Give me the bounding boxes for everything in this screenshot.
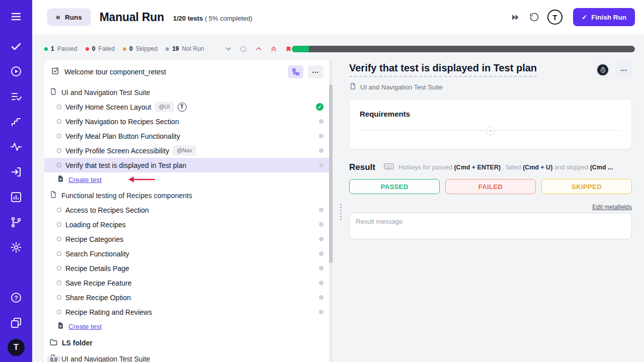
passed-button[interactable]: PASSED	[349, 179, 440, 194]
failed-stat: 0Failed	[86, 45, 115, 52]
test-row[interactable]: Recipe Categories	[44, 232, 330, 246]
notrun-dot-icon	[319, 281, 324, 285]
create-test-link[interactable]: Create test	[68, 176, 102, 184]
branch-icon[interactable]	[9, 215, 23, 229]
test-circle-icon	[57, 295, 61, 300]
test-label: Loading of Recipes	[65, 221, 126, 229]
test-circle-icon	[57, 148, 61, 153]
folder-label: LS folder	[62, 339, 93, 347]
test-row[interactable]: Verify Profile Screen Accessibility @Nav	[44, 143, 330, 158]
page-title: Manual Run	[100, 11, 164, 24]
gear-icon[interactable]	[9, 240, 23, 254]
test-row[interactable]: Save Recipe Feature	[44, 276, 330, 290]
skipped-button[interactable]: SKIPPED	[541, 179, 632, 194]
back-to-runs-button[interactable]: « Runs	[47, 9, 91, 26]
test-label: Recipe Rating and Reviews	[65, 308, 152, 316]
test-label: Recipe Details Page	[65, 264, 129, 273]
expand-requirements-button[interactable]	[486, 126, 495, 135]
tag-badge: @Nav	[173, 146, 196, 155]
folder-row[interactable]: LS folder	[44, 335, 330, 350]
result-message-input[interactable]	[349, 213, 632, 239]
notrun-dot-icon	[319, 148, 324, 153]
retry-icon[interactable]	[529, 12, 540, 23]
finish-run-button[interactable]: ✓ Finish Run	[573, 8, 635, 26]
test-label: Verify Navigation to Recipes Section	[65, 118, 179, 126]
help-icon[interactable]: ?	[9, 291, 23, 305]
test-row[interactable]: Loading of Recipes	[44, 217, 330, 232]
edit-metafields-link[interactable]: Edit metafields	[592, 204, 632, 211]
document-plus-icon	[57, 175, 64, 184]
test-circle-icon	[57, 310, 61, 314]
test-list-icon[interactable]	[9, 89, 23, 104]
detail-more-button[interactable]: ⋯	[616, 62, 632, 78]
circle-marker-icon[interactable]	[239, 45, 248, 53]
test-circle-icon	[57, 134, 61, 138]
header-brand-logo-icon[interactable]: T	[547, 10, 562, 25]
suite-label: UI and Navigation Test Suite	[61, 88, 150, 97]
sidebar-brand-logo[interactable]: T	[8, 339, 25, 356]
hotkeys-hint: Hotkeys for passed (Cmd + ENTER) , faile…	[398, 164, 632, 171]
detail-suite-link[interactable]: UI and Navigation Test Suite	[349, 82, 632, 92]
document-icon	[49, 191, 57, 200]
create-test-row: Create test	[44, 319, 330, 333]
double-chevron-left-icon: «	[56, 13, 60, 21]
document-plus-icon	[57, 322, 64, 331]
folder-icon	[49, 338, 58, 348]
failed-button[interactable]: FAILED	[445, 179, 536, 194]
test-row[interactable]: Search Functionality	[44, 246, 330, 261]
test-row-selected[interactable]: Verify that test is displayed in Test pl…	[44, 158, 330, 172]
test-circle-icon	[57, 266, 61, 270]
chart-icon[interactable]	[9, 190, 23, 204]
test-row[interactable]: Recipe Details Page	[44, 261, 330, 276]
test-row[interactable]: Verify Navigation to Recipes Section	[44, 114, 330, 129]
test-label: Share Recipe Option	[65, 294, 131, 302]
projects-icon[interactable]	[9, 316, 23, 330]
chevron-up-red-icon[interactable]	[255, 45, 263, 53]
tree-view-button[interactable]	[288, 65, 303, 78]
steps-icon[interactable]	[9, 115, 23, 129]
assignee-avatar: T	[178, 103, 187, 112]
menu-icon[interactable]	[9, 10, 23, 24]
chevron-down-icon[interactable]	[224, 45, 232, 53]
failed-dot-icon	[86, 47, 89, 51]
activity-icon[interactable]	[9, 140, 23, 154]
test-label: Access to Recipes Section	[65, 206, 149, 214]
check-icon[interactable]	[9, 39, 23, 53]
test-row[interactable]: Recipe Rating and Reviews	[44, 305, 330, 319]
run-name: Welcome tour component_retest	[64, 68, 283, 76]
notrun-dot-icon	[319, 134, 324, 138]
notrun-dot-icon	[166, 47, 169, 51]
suite-row[interactable]: UI and Navigation Test Suite	[44, 85, 330, 100]
suite-label: Functional testing of Recipes components	[61, 192, 192, 200]
bottom-partial-badge: 0.0	[47, 356, 60, 362]
tag-badge: @UI	[155, 102, 173, 111]
suite-row[interactable]: UI and Navigation Test Suite	[44, 351, 330, 362]
test-row[interactable]: Share Recipe Option	[44, 290, 330, 305]
timer-button[interactable]	[595, 62, 611, 78]
test-row[interactable]: Access to Recipes Section	[44, 203, 330, 217]
check-icon: ✓	[582, 13, 587, 21]
test-row[interactable]: Verify Meal Plan Button Functionality	[44, 129, 330, 143]
list-scrollbar[interactable]	[329, 60, 333, 362]
keyboard-icon	[384, 163, 394, 172]
svg-text:?: ?	[14, 295, 18, 302]
checklist-icon	[51, 66, 60, 77]
notrun-dot-icon	[319, 295, 324, 300]
test-circle-icon	[57, 163, 61, 167]
sign-in-icon[interactable]	[9, 165, 23, 179]
scrollbar-thumb[interactable]	[329, 84, 333, 263]
back-to-runs-label: Runs	[65, 14, 82, 21]
test-circle-icon	[57, 237, 61, 241]
list-more-button[interactable]: ⋯	[308, 65, 324, 78]
create-test-link[interactable]: Create test	[68, 323, 102, 330]
double-chevron-up-red-icon[interactable]	[270, 45, 278, 53]
play-circle-icon[interactable]	[9, 64, 23, 78]
test-detail-title[interactable]: Verify that test is displayed in Test pl…	[349, 62, 537, 77]
test-detail-panel: Verify that test is displayed in Test pl…	[349, 60, 632, 362]
panel-resize-handle[interactable]	[338, 201, 343, 222]
top-header: « Runs Manual Run 1/20 tests ( 5% comple…	[32, 0, 644, 34]
fast-forward-icon[interactable]	[510, 12, 521, 23]
suite-row[interactable]: Functional testing of Recipes components	[44, 188, 330, 203]
requirements-title: Requirements	[360, 110, 621, 118]
test-row[interactable]: Verify Home Screen Layout @UI T ✓	[44, 100, 330, 114]
